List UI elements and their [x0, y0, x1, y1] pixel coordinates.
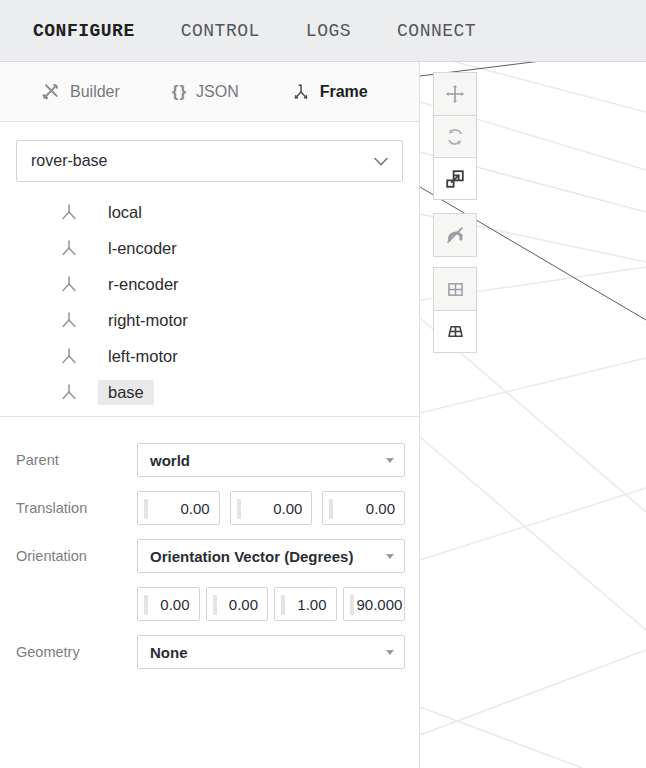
drag-handle[interactable] — [144, 595, 148, 615]
frame-tree-label: right-motor — [98, 308, 198, 333]
frame-tree-label: base — [98, 380, 154, 405]
drag-handle[interactable] — [144, 499, 148, 519]
machine-part-dropdown[interactable]: rover-base — [16, 140, 403, 182]
top-nav: CONFIGURE CONTROL LOGS CONNECT — [0, 0, 646, 62]
divider — [0, 416, 419, 417]
nav-tab-control[interactable]: CONTROL — [181, 21, 260, 41]
perspective-grid-button[interactable] — [434, 310, 476, 352]
parent-label: Parent — [16, 452, 137, 468]
nav-tab-connect[interactable]: CONNECT — [397, 21, 476, 41]
config-side-panel: Builder {} JSON Frame rover-base — [0, 62, 420, 768]
viewport-toolbar — [433, 72, 477, 353]
tab-builder-label: Builder — [70, 83, 120, 101]
grid-button-group — [433, 267, 477, 353]
tab-builder[interactable]: Builder — [40, 81, 120, 102]
translation-y-input[interactable] — [231, 492, 312, 524]
orientation-y-field[interactable] — [206, 587, 269, 621]
caret-down-icon — [386, 650, 394, 655]
orientation-values-row — [16, 587, 405, 621]
frame-node-icon — [58, 237, 80, 259]
translation-y-field[interactable] — [230, 491, 313, 525]
machine-part-value: rover-base — [31, 152, 107, 170]
snap-button-group — [433, 213, 477, 257]
frame-node-icon — [58, 273, 80, 295]
geometry-select-value: None — [150, 644, 188, 661]
translation-row: Translation — [16, 491, 405, 525]
frame-tree-label: left-motor — [98, 344, 188, 369]
frame-tree-item-right-motor[interactable]: right-motor — [0, 302, 419, 338]
frame-tree-label: local — [98, 200, 152, 225]
caret-down-icon — [386, 554, 394, 559]
frame-tree-item-left-motor[interactable]: left-motor — [0, 338, 419, 374]
geometry-select[interactable]: None — [137, 635, 405, 669]
frame-tree: local l-encoder r-encoder right-motor le… — [0, 192, 419, 425]
orientation-type-select[interactable]: Orientation Vector (Degrees) — [137, 539, 405, 573]
caret-down-icon — [386, 458, 394, 463]
geometry-row: Geometry None — [16, 635, 405, 669]
no-rotation-snap-icon — [444, 224, 466, 246]
braces-icon: {} — [172, 82, 187, 102]
gizmo-button-group — [433, 72, 477, 200]
move-icon — [444, 83, 466, 105]
orientation-z-field[interactable] — [274, 587, 337, 621]
orientation-type-row: Orientation Orientation Vector (Degrees) — [16, 539, 405, 573]
tools-icon — [40, 81, 61, 102]
flat-grid-button[interactable] — [434, 268, 476, 310]
translation-x-input[interactable] — [138, 492, 219, 524]
frame-tree-item-r-encoder[interactable]: r-encoder — [0, 266, 419, 302]
drag-handle[interactable] — [281, 595, 285, 615]
frame-node-icon — [58, 381, 80, 403]
frame-3d-viewport[interactable] — [420, 62, 646, 768]
tab-json[interactable]: {} JSON — [172, 82, 239, 102]
parent-row: Parent world — [16, 443, 405, 477]
rotate-tool-button[interactable] — [434, 115, 476, 157]
tab-frame-label: Frame — [320, 83, 368, 101]
chevron-down-icon — [374, 157, 388, 166]
translation-label: Translation — [16, 500, 137, 516]
frame-axes-icon — [291, 82, 311, 102]
grid-flat-icon — [445, 279, 466, 300]
drag-handle[interactable] — [329, 499, 333, 519]
drag-handle[interactable] — [350, 595, 354, 615]
grid-perspective-icon — [445, 321, 466, 342]
frame-properties-form: Parent world Translation — [0, 425, 419, 683]
scale-icon — [444, 168, 466, 190]
drag-handle[interactable] — [213, 595, 217, 615]
translate-tool-button[interactable] — [434, 73, 476, 115]
frame-node-icon — [58, 345, 80, 367]
frame-node-icon — [58, 201, 80, 223]
frame-tree-item-base[interactable]: base — [0, 374, 419, 410]
tab-json-label: JSON — [196, 83, 239, 101]
parent-select[interactable]: world — [137, 443, 405, 477]
tab-frame[interactable]: Frame — [291, 82, 368, 102]
orientation-type-value: Orientation Vector (Degrees) — [150, 548, 353, 565]
frame-tree-label: r-encoder — [98, 272, 189, 297]
nav-tab-logs[interactable]: LOGS — [306, 21, 351, 41]
scale-tool-button[interactable] — [434, 157, 476, 199]
orientation-theta-field[interactable] — [343, 587, 406, 621]
translation-x-field[interactable] — [137, 491, 220, 525]
orientation-label: Orientation — [16, 548, 137, 564]
parent-select-value: world — [150, 452, 190, 469]
rotation-snap-toggle-button[interactable] — [434, 214, 476, 256]
frame-node-icon — [58, 309, 80, 331]
orientation-x-field[interactable] — [137, 587, 200, 621]
translation-z-field[interactable] — [322, 491, 405, 525]
drag-handle[interactable] — [237, 499, 241, 519]
rotate-icon — [444, 126, 466, 148]
translation-z-input[interactable] — [323, 492, 404, 524]
frame-tree-item-l-encoder[interactable]: l-encoder — [0, 230, 419, 266]
geometry-label: Geometry — [16, 644, 137, 660]
frame-tree-item-local[interactable]: local — [0, 194, 419, 230]
frame-tree-label: l-encoder — [98, 236, 187, 261]
nav-tab-configure[interactable]: CONFIGURE — [33, 21, 135, 41]
config-subtabs: Builder {} JSON Frame — [0, 62, 419, 122]
